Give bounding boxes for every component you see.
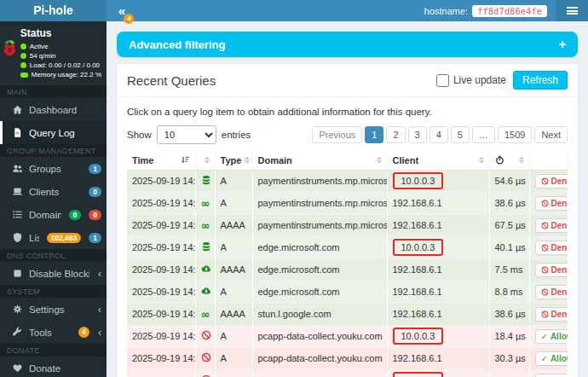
sort-icon	[245, 156, 250, 164]
query-row-7[interactable]: 2025-09-19 14:58:12∞AAAAstun.l.google.co…	[127, 303, 568, 325]
status-title: Status	[20, 27, 101, 39]
page-button-4[interactable]: 4	[429, 126, 448, 143]
deny-button[interactable]: Deny	[535, 218, 568, 233]
col-header-client[interactable]: Client	[387, 151, 489, 170]
navbar-menu-button[interactable]	[556, 0, 588, 21]
query-row-5[interactable]: 2025-09-19 14:58:16AAAAedge.microsoft.co…	[127, 258, 568, 281]
page-button-…[interactable]: …	[472, 126, 495, 143]
query-row-4[interactable]: 2025-09-19 14:58:16Aedge.microsoft.com10…	[127, 236, 568, 258]
sidebar-item-tools[interactable]: Tools4‹	[0, 321, 107, 344]
page-button-5[interactable]: 5	[451, 126, 470, 143]
col-header-time[interactable]: Time	[127, 151, 195, 170]
client-cell: 10.0.0.3	[387, 325, 489, 347]
client-value: 192.168.6.1	[393, 198, 442, 208]
deny-button[interactable]: Deny	[535, 307, 568, 322]
sidebar-section-header: DONATE	[0, 344, 107, 357]
sidebar-item-settings[interactable]: Settings‹	[0, 298, 107, 321]
infinity-icon: ∞	[201, 197, 210, 210]
query-row-10[interactable]: 2025-09-19 14:58:10Apcapp-data-collect.y…	[127, 369, 568, 377]
col-header-type[interactable]: Type	[215, 151, 252, 170]
sidebar-item-donate[interactable]: Donate	[0, 357, 107, 377]
page-next-button[interactable]: Next	[534, 126, 568, 143]
query-row-8[interactable]: 2025-09-19 14:58:10Apcapp-data-collect.y…	[127, 325, 568, 347]
live-update-toggle[interactable]: Live update	[436, 74, 506, 87]
deny-button[interactable]: Deny	[535, 241, 568, 255]
deny-button[interactable]: Deny	[535, 285, 568, 299]
client-cell: 192.168.6.1	[387, 214, 489, 236]
live-update-checkbox[interactable]	[436, 74, 449, 87]
donate-icon	[12, 362, 23, 374]
hostname-label: hostname:	[424, 6, 468, 16]
advanced-filtering-title: Advanced filtering	[129, 38, 225, 51]
type-cell: A	[215, 369, 252, 377]
col-header-status[interactable]	[195, 151, 215, 170]
client-value: 10.0.0.3	[401, 242, 435, 252]
blocked-icon	[541, 200, 549, 207]
time-cell: 2025-09-19 14:58:16	[127, 281, 195, 303]
sidebar: Status Active54 q/minLoad: 0.00 / 0.02 /…	[0, 21, 107, 377]
sidebar-item-clients[interactable]: Clients0	[0, 180, 107, 203]
refresh-button[interactable]: Refresh	[513, 71, 568, 90]
reply-time-cell: 7.5 ms	[489, 258, 529, 281]
count-badge: 4	[78, 327, 89, 338]
app-brand: Pi-hole	[0, 0, 107, 21]
page-button-1[interactable]: 1	[365, 126, 383, 143]
sidebar-item-label: Lists	[29, 233, 39, 243]
sidebar-item-groups[interactable]: Groups1	[0, 157, 107, 180]
sidebar-item-query-log[interactable]: Query Log	[0, 121, 107, 144]
query-row-1[interactable]: 2025-09-19 14:58:19Apaymentinstruments.m…	[127, 170, 568, 192]
query-row-9[interactable]: 2025-09-19 14:58:10Apcapp-data-collect.y…	[127, 347, 568, 369]
sidebar-item-disable-blocking[interactable]: Disable Blocking‹	[0, 262, 107, 285]
reply-time-cell: 67.5 µs	[489, 214, 529, 236]
allow-button[interactable]: ✓Allow	[535, 329, 568, 344]
sidebar-item-dashboard[interactable]: Dashboard	[0, 98, 107, 121]
query-row-6[interactable]: 2025-09-19 14:58:16Aedge.microsoft.com19…	[127, 281, 568, 303]
client-highlight-box: 10.0.0.3	[393, 328, 444, 345]
reply-time-cell: 14.3 µs	[489, 369, 529, 377]
time-cell: 2025-09-19 14:58:16	[127, 258, 195, 281]
blocked-icon	[201, 352, 211, 362]
col-header-domain[interactable]: Domain	[252, 151, 387, 170]
count-badge: 1	[89, 233, 101, 243]
page-button-3[interactable]: 3	[408, 126, 427, 143]
client-value: 192.168.6.1	[393, 264, 442, 275]
client-cell: 192.168.6.1	[387, 347, 489, 369]
sidebar-item-domains[interactable]: Domains00	[0, 203, 107, 226]
action-cell: Deny	[529, 303, 568, 325]
laptop-icon	[12, 186, 23, 197]
reply-time-cell: 18.4 µs	[489, 325, 529, 347]
action-cell: ✓Allow	[529, 369, 568, 377]
page-button-1509[interactable]: 1509	[498, 126, 532, 143]
client-value: 192.168.6.1	[393, 287, 442, 297]
infinity-icon: ∞	[201, 308, 210, 321]
allow-button[interactable]: ✓Allow	[535, 374, 568, 377]
page-previous-button[interactable]: Previous	[312, 126, 362, 143]
deny-button[interactable]: Deny	[535, 174, 568, 188]
stop-icon	[12, 268, 23, 279]
client-value: 192.168.6.1	[393, 220, 442, 230]
page-button-2[interactable]: 2	[386, 126, 405, 143]
deny-button[interactable]: Deny	[535, 263, 568, 277]
query-row-3[interactable]: 2025-09-19 14:58:19∞AAAApaymentinstrumen…	[127, 214, 568, 236]
blocked-icon	[541, 244, 549, 252]
page-size-select[interactable]: 10	[157, 125, 216, 144]
sidebar-collapse-button[interactable]: « 4	[113, 2, 130, 20]
sidebar-item-lists[interactable]: Lists102,4631	[0, 226, 107, 249]
col-header-reply-time[interactable]	[489, 151, 529, 170]
cloud-download-icon	[201, 286, 211, 296]
count-badge: 102,463	[47, 233, 82, 243]
client-cell: 192.168.6.1	[387, 303, 489, 325]
client-value: 192.168.6.1	[393, 309, 442, 319]
deny-button[interactable]: Deny	[535, 196, 568, 211]
recent-queries-card: Recent Queries Live update Refresh Click…	[117, 64, 578, 377]
allow-button[interactable]: ✓Allow	[535, 351, 568, 366]
query-rate-dot	[20, 53, 26, 59]
query-row-2[interactable]: 2025-09-19 14:58:19∞Apaymentinstruments.…	[127, 192, 568, 214]
client-cell: 10.0.0.3	[387, 369, 489, 377]
advanced-filtering-toggle[interactable]: Advanced filtering +	[117, 32, 578, 57]
type-cell: A	[215, 325, 252, 347]
live-update-label: Live update	[453, 74, 506, 86]
database-icon	[201, 241, 211, 252]
status-cell: ∞	[195, 303, 215, 325]
sidebar-item-label: Domains	[29, 210, 61, 220]
